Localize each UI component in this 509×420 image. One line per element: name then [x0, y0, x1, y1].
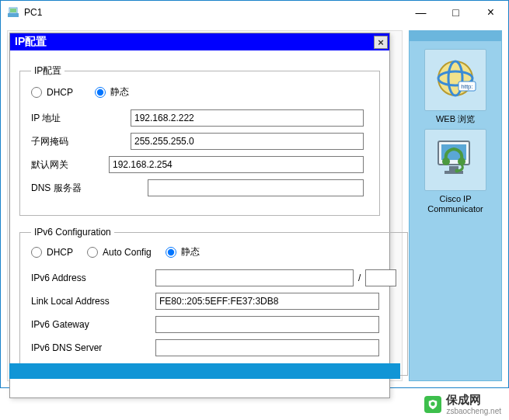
bottom-bar — [9, 363, 400, 379]
link-local-input[interactable] — [155, 293, 379, 310]
dialog-body: IP配置 DHCP 静态 IP 地址 — [10, 50, 389, 397]
ipv6-static-radio[interactable]: 静态 — [166, 245, 200, 259]
ipv6-gateway-input[interactable] — [155, 316, 379, 333]
ipv6-dhcp-radio[interactable]: DHCP — [31, 247, 73, 258]
ipv6-addr-label: IPv6 Address — [31, 272, 155, 283]
minimize-button[interactable]: — — [403, 2, 438, 23]
maximize-button[interactable]: □ — [438, 2, 473, 23]
ipv6-dns-input[interactable] — [155, 339, 379, 356]
cisco-communicator-icon — [424, 129, 486, 191]
dns-input[interactable] — [148, 179, 364, 196]
ipv6-static-radio-input[interactable] — [166, 247, 176, 258]
ipv4-legend: IP配置 — [31, 64, 64, 78]
ipv6-fieldset: IPv6 Configuration DHCP Auto Config — [19, 227, 408, 376]
shortcut-label: Cisco IP Communicator — [413, 194, 498, 214]
subnet-mask-input[interactable] — [131, 133, 364, 150]
svg-point-12 — [442, 158, 450, 165]
ipv6-radio-row: DHCP Auto Config 静态 — [31, 245, 396, 259]
svg-rect-2 — [10, 9, 16, 12]
svg-text:http:: http: — [461, 83, 473, 90]
ipv4-fieldset: IP配置 DHCP 静态 IP 地址 — [19, 64, 380, 216]
app-icon — [7, 6, 19, 19]
ip-address-label: IP 地址 — [31, 112, 131, 125]
window-controls: — □ × — [403, 2, 508, 23]
web-browser-icon: http: — [424, 49, 486, 111]
ipv4-dhcp-radio-input[interactable] — [31, 87, 42, 98]
ipv6-dhcp-radio-input[interactable] — [31, 247, 42, 258]
desktop-sidebar: http: WEB 浏览 — [409, 30, 502, 381]
ipv6-legend: IPv6 Configuration — [31, 227, 114, 238]
ipv6-auto-radio[interactable]: Auto Config — [87, 247, 152, 258]
ipv4-static-radio[interactable]: 静态 — [95, 85, 129, 99]
ip-address-input[interactable] — [131, 109, 364, 127]
close-button[interactable]: × — [473, 2, 508, 23]
svg-point-15 — [431, 401, 435, 405]
ipv4-radio-row: DHCP 静态 — [31, 85, 368, 99]
dialog-title: IP配置 — [15, 35, 47, 49]
ipv4-static-label: 静态 — [110, 85, 129, 99]
watermark-sub: zsbaocheng.net — [446, 407, 501, 415]
ipv6-addr-input[interactable] — [155, 269, 354, 286]
content-area: IP配置 × IP配置 DHCP 静态 — [1, 24, 508, 387]
ipv6-auto-radio-input[interactable] — [87, 247, 98, 258]
svg-point-14 — [455, 169, 459, 173]
watermark-text: 保成网 — [446, 393, 481, 406]
shortcut-cisco-communicator[interactable]: Cisco IP Communicator — [413, 129, 498, 214]
main-window: PC1 — □ × IP配置 × IP配置 — [0, 0, 509, 388]
ipv6-static-label: 静态 — [181, 245, 200, 259]
window-title: PC1 — [24, 7, 42, 18]
gateway-label: 默认网关 — [31, 158, 109, 172]
ipv6-dhcp-label: DHCP — [47, 247, 73, 258]
link-local-label: Link Local Address — [31, 296, 155, 307]
ipv6-auto-label: Auto Config — [103, 247, 152, 258]
left-pane: IP配置 × IP配置 DHCP 静态 — [7, 30, 403, 381]
shortcut-web-browser[interactable]: http: WEB 浏览 — [424, 49, 486, 124]
shortcut-label: WEB 浏览 — [436, 114, 475, 124]
svg-rect-0 — [8, 13, 19, 17]
ipv4-dhcp-label: DHCP — [47, 87, 73, 98]
ipv6-dns-label: IPv6 DNS Server — [31, 342, 155, 353]
dns-label: DNS 服务器 — [31, 182, 148, 195]
titlebar: PC1 — □ × — [1, 1, 508, 24]
ipv6-gateway-label: IPv6 Gateway — [31, 319, 155, 330]
dialog-titlebar[interactable]: IP配置 × — [10, 33, 389, 50]
gateway-input[interactable] — [109, 156, 364, 173]
subnet-mask-label: 子网掩码 — [31, 135, 131, 148]
ipv4-static-radio-input[interactable] — [95, 87, 106, 98]
dialog-close-button[interactable]: × — [374, 36, 388, 49]
svg-point-13 — [458, 158, 465, 165]
ip-config-dialog: IP配置 × IP配置 DHCP 静态 — [9, 33, 390, 398]
watermark: 保成网 zsbaocheng.net — [424, 393, 501, 415]
ipv6-prefix-input[interactable] — [365, 269, 396, 286]
ipv4-dhcp-radio[interactable]: DHCP — [31, 87, 73, 98]
shield-icon — [424, 396, 441, 413]
ipv6-prefix-slash: / — [358, 272, 361, 283]
